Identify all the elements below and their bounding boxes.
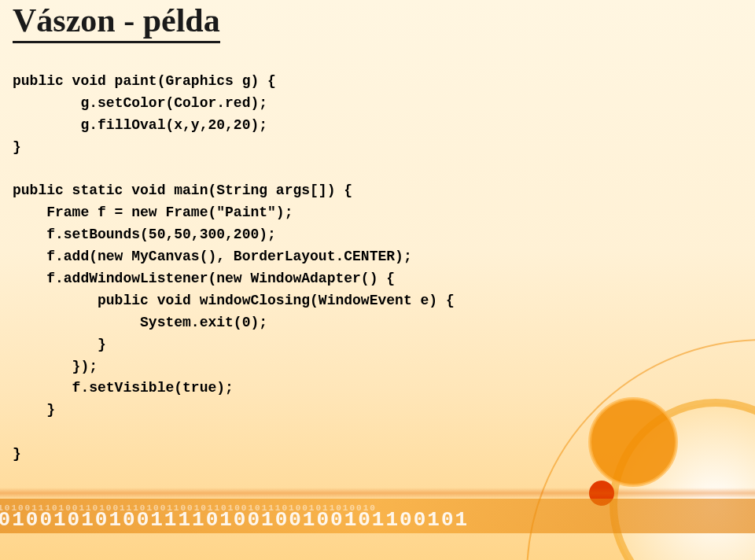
binary-strip-bg: [0, 499, 755, 533]
page-title: Vászon - példa: [13, 2, 220, 43]
svg-point-2: [613, 403, 755, 560]
svg-point-5: [590, 399, 676, 485]
svg-point-3: [613, 403, 755, 560]
decorative-band: [0, 488, 755, 499]
code-sample: public void paint(Graphics g) { g.setCol…: [13, 71, 455, 466]
binary-strip: 1010100111010011010011101001100101101001…: [0, 499, 755, 533]
svg-point-1: [613, 403, 755, 560]
svg-point-4: [590, 399, 676, 485]
